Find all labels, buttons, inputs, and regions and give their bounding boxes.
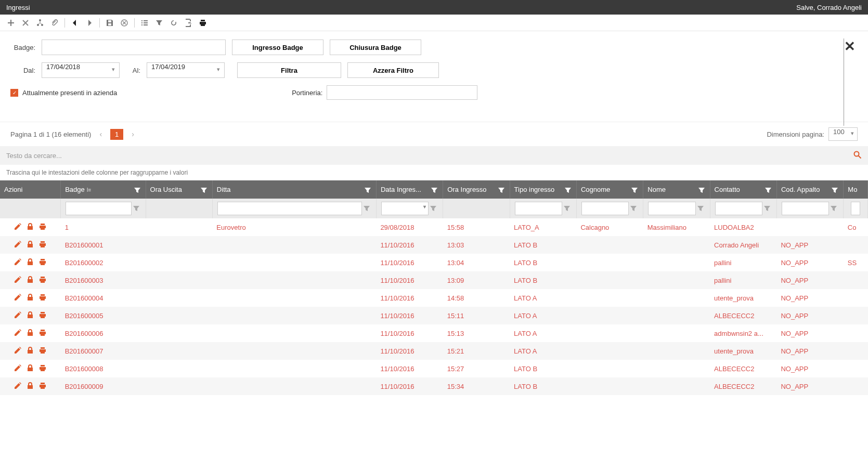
filtra-button[interactable]: Filtra <box>237 62 341 78</box>
filter-badge-input[interactable] <box>66 202 131 215</box>
edit-icon[interactable] <box>14 293 22 303</box>
print-row-icon[interactable] <box>38 276 47 285</box>
portineria-input[interactable] <box>327 85 477 100</box>
print-row-icon[interactable] <box>38 382 47 391</box>
filter-icon[interactable] <box>497 186 506 196</box>
al-date-input[interactable]: 17/04/2019 <box>147 62 225 78</box>
filter-ditta-input[interactable] <box>217 202 362 215</box>
group-hint[interactable]: Trascina qui le intestazioni delle colon… <box>0 165 868 180</box>
filter-cognome-input[interactable] <box>581 202 629 215</box>
dal-date-input[interactable]: 17/04/2018 <box>42 62 120 78</box>
filter-data-select[interactable]: ▾ <box>381 202 429 215</box>
col-data-ingresso[interactable]: Data Ingres... <box>376 180 443 199</box>
col-badge[interactable]: BadgeI≡ <box>61 180 146 199</box>
col-extra[interactable]: Mo <box>844 180 868 199</box>
col-nome[interactable]: Nome <box>643 180 710 199</box>
page-size-select[interactable]: 100 <box>828 127 858 141</box>
filter-icon[interactable] <box>764 186 772 196</box>
lock-icon[interactable] <box>26 293 34 303</box>
edit-icon[interactable] <box>14 240 22 250</box>
filter-icon[interactable] <box>762 204 772 213</box>
list-icon[interactable] <box>138 17 151 29</box>
print-row-icon[interactable] <box>38 293 47 303</box>
print-row-icon[interactable] <box>38 223 47 232</box>
table-row[interactable]: B20160000211/10/201613:04LATO BpalliniNO… <box>0 254 868 271</box>
filter-extra-input[interactable] <box>851 202 860 215</box>
filter-nome-input[interactable] <box>648 202 695 215</box>
edit-icon[interactable] <box>14 276 22 285</box>
add-icon[interactable] <box>4 17 18 29</box>
filter-icon[interactable] <box>829 204 838 213</box>
col-cod-appalto[interactable]: Cod. Appalto <box>776 180 843 199</box>
lock-icon[interactable] <box>26 382 34 391</box>
lock-icon[interactable] <box>26 276 34 285</box>
print-row-icon[interactable] <box>38 346 47 356</box>
refresh-icon[interactable] <box>167 17 180 29</box>
print-row-icon[interactable] <box>38 311 47 321</box>
table-row[interactable]: B20160000111/10/201613:03LATO BCorrado A… <box>0 236 868 254</box>
edit-icon[interactable] <box>14 346 22 356</box>
filter-icon[interactable] <box>697 186 706 196</box>
filter-icon[interactable] <box>200 186 208 196</box>
filter-icon[interactable] <box>562 204 572 213</box>
presenti-checkbox[interactable]: ✓ <box>10 89 18 97</box>
forward-icon[interactable] <box>83 17 96 29</box>
badge-input[interactable] <box>42 40 226 55</box>
prev-page-icon[interactable]: ‹ <box>96 129 105 139</box>
filter-icon[interactable] <box>362 204 371 213</box>
col-ditta[interactable]: Ditta <box>212 180 376 199</box>
print-row-icon[interactable] <box>38 240 47 250</box>
table-row[interactable]: B20160000911/10/201615:34LATO BALBECECC2… <box>0 377 868 395</box>
table-row[interactable]: B20160000411/10/201614:58LATO Autente_pr… <box>0 289 868 307</box>
print-row-icon[interactable] <box>38 364 47 374</box>
attach-icon[interactable] <box>48 17 61 29</box>
col-ora-uscita[interactable]: Ora Uscita <box>146 180 212 199</box>
save-icon[interactable] <box>103 17 116 29</box>
delete-icon[interactable] <box>19 17 32 29</box>
edit-icon[interactable] <box>14 258 22 268</box>
lock-icon[interactable] <box>26 364 34 374</box>
filter-icon[interactable] <box>364 186 372 196</box>
table-row[interactable]: B20160000711/10/201615:21LATO Autente_pr… <box>0 342 868 360</box>
table-row[interactable]: B20160000311/10/201613:09LATO BpalliniNO… <box>0 271 868 289</box>
export-icon[interactable] <box>182 17 195 29</box>
col-cognome[interactable]: Cognome <box>576 180 643 199</box>
lock-icon[interactable] <box>26 329 34 338</box>
filter-icon[interactable] <box>831 186 839 196</box>
filter-cod-input[interactable] <box>782 202 829 215</box>
lock-icon[interactable] <box>26 223 34 232</box>
ingresso-badge-button[interactable]: Ingresso Badge <box>232 40 323 55</box>
azzera-filtro-button[interactable]: Azzera Filtro <box>347 62 439 78</box>
chiusura-badge-button[interactable]: Chiusura Badge <box>330 40 421 55</box>
col-actions[interactable]: Azioni <box>0 180 61 199</box>
current-page[interactable]: 1 <box>110 129 123 140</box>
table-row[interactable]: B20160000811/10/201615:27LATO BALBECECC2… <box>0 360 868 377</box>
lock-icon[interactable] <box>26 240 34 250</box>
filter-icon[interactable] <box>629 204 638 213</box>
lock-icon[interactable] <box>26 311 34 321</box>
filter-icon[interactable] <box>430 186 438 196</box>
table-row[interactable]: B20160000511/10/201615:11LATO AALBECECC2… <box>0 307 868 324</box>
filter-contatto-input[interactable] <box>715 202 762 215</box>
edit-icon[interactable] <box>14 329 22 338</box>
back-icon[interactable] <box>68 17 82 29</box>
tree-icon[interactable] <box>33 17 47 29</box>
filter-settings-icon[interactable] <box>152 17 166 29</box>
filter-icon[interactable] <box>564 186 572 196</box>
next-page-icon[interactable]: › <box>128 129 137 139</box>
filter-icon[interactable] <box>429 204 438 213</box>
cancel-icon[interactable] <box>118 17 131 29</box>
col-ora-ingresso[interactable]: Ora Ingresso <box>443 180 510 199</box>
filter-icon[interactable] <box>132 204 141 213</box>
filter-icon[interactable] <box>630 186 639 196</box>
edit-icon[interactable] <box>14 364 22 374</box>
lock-icon[interactable] <box>26 258 34 268</box>
filter-icon[interactable] <box>696 204 705 213</box>
col-contatto[interactable]: Contatto <box>710 180 776 199</box>
lock-icon[interactable] <box>26 346 34 356</box>
filter-icon[interactable] <box>133 186 141 196</box>
table-row[interactable]: 1Eurovetro29/08/201815:58LATO_ACalcagnoM… <box>0 218 868 236</box>
edit-icon[interactable] <box>14 311 22 321</box>
close-icon[interactable]: ✕ <box>844 38 856 55</box>
edit-icon[interactable] <box>14 382 22 391</box>
